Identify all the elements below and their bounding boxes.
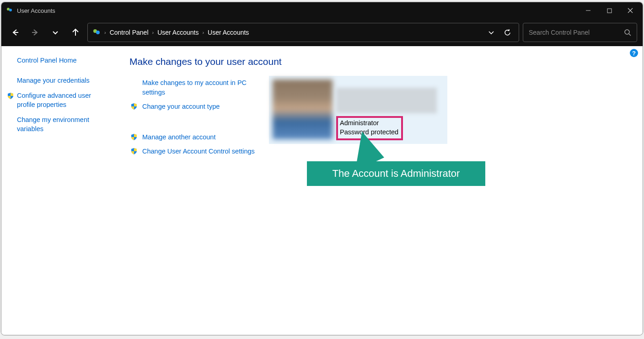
svg-rect-3 xyxy=(607,9,612,13)
refresh-button[interactable] xyxy=(504,29,511,37)
link-label: Manage another account xyxy=(142,132,215,142)
account-name-redacted xyxy=(336,88,437,113)
chevron-right-icon: › xyxy=(104,30,106,35)
window-title: User Accounts xyxy=(17,7,55,14)
sidebar-label: Change my environment variables xyxy=(17,116,108,133)
svg-line-12 xyxy=(629,34,631,36)
callout-text: The Account is Administrator xyxy=(333,168,460,179)
close-button[interactable] xyxy=(620,3,641,18)
link-label: Change your account type xyxy=(142,102,220,111)
sidebar-home-link[interactable]: Control Panel Home xyxy=(17,56,108,65)
callout-box: The Account is Administrator xyxy=(307,161,485,186)
window: User Accounts xyxy=(1,2,643,335)
navbar: › Control Panel › User Accounts › User A… xyxy=(1,19,643,46)
shield-icon xyxy=(130,148,138,155)
minimize-button[interactable] xyxy=(578,3,599,18)
shield-icon xyxy=(7,92,14,100)
sidebar-env-vars[interactable]: Change my environment variables xyxy=(17,116,108,133)
shield-icon xyxy=(130,103,138,110)
forward-button[interactable] xyxy=(27,24,43,41)
svg-point-1 xyxy=(9,9,12,11)
account-role: Administrator xyxy=(340,119,398,128)
main-panel: Make changes to your user account Make c… xyxy=(116,46,643,335)
account-info: Administrator Password protected xyxy=(336,79,444,140)
page-heading: Make changes to your user account xyxy=(129,56,629,67)
search-box[interactable] xyxy=(523,23,637,42)
breadcrumb-user-accounts-1[interactable]: User Accounts xyxy=(157,29,199,36)
link-label: Change User Account Control settings xyxy=(142,147,255,156)
up-button[interactable] xyxy=(67,24,84,41)
link-uac-settings[interactable]: Change User Account Control settings xyxy=(142,147,629,156)
back-button[interactable] xyxy=(7,24,23,41)
chevron-right-icon: › xyxy=(152,30,154,35)
location-icon xyxy=(92,28,101,37)
recent-dropdown-button[interactable] xyxy=(47,24,64,41)
address-history-button[interactable] xyxy=(488,29,494,36)
sidebar-manage-credentials[interactable]: Manage your credentials xyxy=(17,76,108,85)
maximize-button[interactable] xyxy=(599,3,620,18)
breadcrumb-control-panel[interactable]: Control Panel xyxy=(110,29,149,36)
shield-icon xyxy=(130,133,138,141)
sidebar: Control Panel Home Manage your credentia… xyxy=(1,46,116,335)
search-icon[interactable] xyxy=(624,29,631,36)
address-bar[interactable]: › Control Panel › User Accounts › User A… xyxy=(87,23,519,42)
app-icon xyxy=(6,7,13,14)
svg-point-11 xyxy=(625,30,629,34)
content-area: ? Control Panel Home Manage your credent… xyxy=(1,46,643,335)
sidebar-configure-profile[interactable]: Configure advanced user profile properti… xyxy=(17,91,108,109)
svg-point-10 xyxy=(96,31,100,34)
titlebar: User Accounts xyxy=(1,2,643,19)
window-controls xyxy=(578,3,641,18)
sidebar-label: Manage your credentials xyxy=(17,76,90,85)
avatar xyxy=(273,79,333,139)
sidebar-label: Configure advanced user profile properti… xyxy=(17,91,108,109)
link-label: Make changes to my account in PC setting… xyxy=(142,78,252,97)
sidebar-home-label: Control Panel Home xyxy=(17,56,77,65)
link-pc-settings[interactable]: Make changes to my account in PC setting… xyxy=(142,78,252,97)
chevron-right-icon: › xyxy=(202,30,204,35)
search-input[interactable] xyxy=(529,29,624,36)
breadcrumb-user-accounts-2[interactable]: User Accounts xyxy=(208,29,249,36)
